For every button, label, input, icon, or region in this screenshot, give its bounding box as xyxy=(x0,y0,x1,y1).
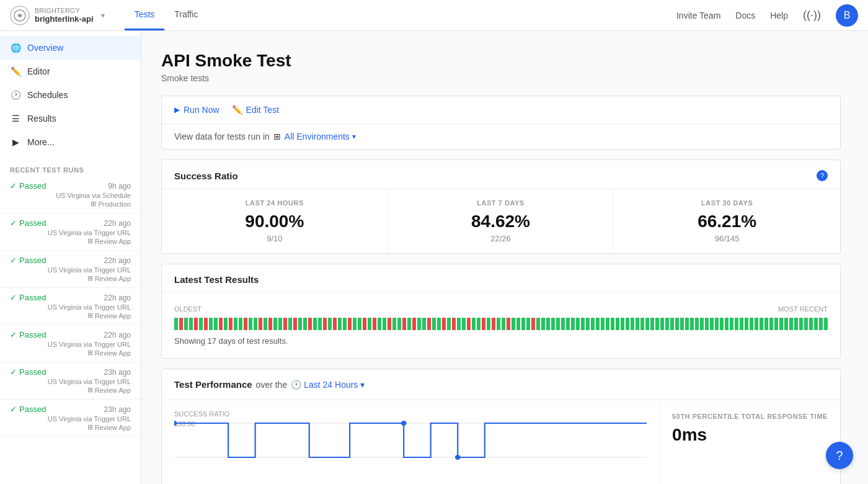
test-bar-pass xyxy=(700,318,704,330)
test-bar-pass xyxy=(472,318,476,330)
layers-icon: ⊞ xyxy=(87,423,93,431)
env-selector-link[interactable]: All Environments ▾ xyxy=(285,132,356,141)
test-bar-fail xyxy=(244,318,247,330)
test-bar-fail xyxy=(482,318,485,330)
test-bar-fail xyxy=(507,318,510,330)
test-bar-pass xyxy=(383,318,386,330)
test-bar-pass xyxy=(288,318,292,330)
nav-tabs: Tests Traffic xyxy=(125,0,208,30)
recent-run-item[interactable]: ✓ Passed 9h ago US Virginia via Schedule… xyxy=(0,176,141,213)
test-bar-pass xyxy=(640,318,644,330)
invite-team-link[interactable]: Invite Team xyxy=(676,11,720,20)
test-bar-pass xyxy=(794,318,798,330)
layers-icon: ⊞ xyxy=(273,132,281,141)
test-bar-pass xyxy=(720,318,724,330)
nav-tab-tests[interactable]: Tests xyxy=(125,0,165,30)
layers-icon: ⊞ xyxy=(91,200,96,208)
test-bar-pass xyxy=(799,318,803,330)
run-status: ✓ Passed xyxy=(10,218,46,228)
results-date-labels: OLDEST MOST RECENT xyxy=(174,305,828,313)
sidebar-label-overview: Overview xyxy=(27,43,63,53)
layers-icon: ⊞ xyxy=(87,237,93,245)
test-bar-pass xyxy=(755,318,758,330)
test-bar-chart xyxy=(174,318,828,330)
sidebar-item-more[interactable]: ▶ More... xyxy=(0,130,141,154)
sidebar-item-editor[interactable]: ✏️ Editor xyxy=(0,60,141,83)
recent-run-item[interactable]: ✓ Passed 23h ago US Virginia via Trigger… xyxy=(0,362,141,400)
check-icon: ✓ xyxy=(10,330,17,339)
run-status: ✓ Passed xyxy=(10,330,46,339)
sidebar-item-results[interactable]: ☰ Results xyxy=(0,107,141,130)
test-bar-pass xyxy=(735,318,738,330)
docs-link[interactable]: Docs xyxy=(735,11,755,20)
recent-run-item[interactable]: ✓ Passed 22h ago US Virginia via Trigger… xyxy=(0,213,141,251)
recent-run-item[interactable]: ✓ Passed 22h ago US Virginia via Trigger… xyxy=(0,288,141,325)
recent-run-item[interactable]: ✓ Passed 22h ago US Virginia via Trigger… xyxy=(0,251,141,288)
help-link[interactable]: Help xyxy=(770,11,788,20)
run-env: ⊞ Production xyxy=(10,200,131,208)
success-ratio-info-icon[interactable]: ? xyxy=(817,170,828,181)
recent-run-item[interactable]: ✓ Passed 23h ago US Virginia via Trigger… xyxy=(0,400,141,437)
ratio-label: LAST 7 DAYS xyxy=(398,199,604,207)
check-icon: ✓ xyxy=(10,181,17,190)
test-bar-pass xyxy=(789,318,793,330)
ratio-value: 90.00% xyxy=(172,212,378,231)
test-bar-pass xyxy=(675,318,679,330)
test-bar-pass xyxy=(338,318,342,330)
test-bar-pass xyxy=(487,318,490,330)
test-bar-pass xyxy=(779,318,783,330)
wifi-icon[interactable]: ((·)) xyxy=(803,9,821,22)
results-footer: Showing 17 days of test results. xyxy=(174,336,828,346)
content-area: API Smoke Test Smoke tests ▶ Run Now ✏️ … xyxy=(141,31,868,484)
test-bar-pass xyxy=(318,318,322,330)
sidebar-label-more: More... xyxy=(27,137,55,147)
run-time: 9h ago xyxy=(108,182,131,190)
user-avatar[interactable]: B xyxy=(836,4,858,27)
test-bar-pass xyxy=(254,318,257,330)
layers-icon: ⊞ xyxy=(87,274,93,282)
metric-label: 50TH PERCENTILE TOTAL RESPONSE TIME xyxy=(672,413,828,420)
test-bar-fail xyxy=(531,318,535,330)
sidebar-item-schedules[interactable]: 🕐 Schedules xyxy=(0,83,141,107)
test-bar-pass xyxy=(571,318,575,330)
test-bar-pass xyxy=(725,318,728,330)
test-bar-pass xyxy=(343,318,347,330)
sidebar-nav: 🌐 Overview ✏️ Editor 🕐 Schedules ☰ Resul… xyxy=(0,31,141,159)
performance-period-selector[interactable]: 🕐 Last 24 Hours ▾ xyxy=(291,380,365,390)
recent-run-item[interactable]: ✓ Passed 22h ago US Virginia via Trigger… xyxy=(0,325,141,362)
run-status: ✓ Passed xyxy=(10,256,46,265)
test-bar-pass xyxy=(611,318,614,330)
check-icon: ✓ xyxy=(10,218,17,228)
test-bar-fail xyxy=(467,318,471,330)
top-nav: BRIGHTERGY brighterlink-api ▾ Tests Traf… xyxy=(0,0,868,31)
test-bar-pass xyxy=(576,318,580,330)
test-bar-pass xyxy=(457,318,461,330)
test-bar-pass xyxy=(462,318,466,330)
ratio-col: LAST 30 DAYS 66.21% 96/145 xyxy=(614,189,840,253)
check-icon: ✓ xyxy=(10,256,17,265)
test-bar-pass xyxy=(695,318,699,330)
test-bar-pass xyxy=(209,318,213,330)
edit-test-button[interactable]: ✏️ Edit Test xyxy=(232,105,279,115)
env-chevron-icon: ▾ xyxy=(352,132,356,141)
period-chevron-icon: ▾ xyxy=(360,380,365,390)
nav-tab-traffic[interactable]: Traffic xyxy=(164,0,208,30)
test-bar-pass xyxy=(616,318,619,330)
test-bar-pass xyxy=(497,318,500,330)
success-ratio-card: Success Ratio ? LAST 24 HOURS 90.00% 9/1… xyxy=(161,159,841,254)
sidebar-label-schedules: Schedules xyxy=(27,90,68,100)
latest-results-header: Latest Test Results xyxy=(162,264,840,293)
sidebar-label-editor: Editor xyxy=(27,66,50,76)
help-fab-button[interactable]: ? xyxy=(826,442,853,469)
test-bar-pass xyxy=(512,318,515,330)
brand-chevron-icon[interactable]: ▾ xyxy=(101,11,105,20)
test-bar-pass xyxy=(407,318,411,330)
ratio-col: LAST 24 HOURS 90.00% 9/10 xyxy=(162,189,388,253)
run-time: 22h ago xyxy=(104,256,131,265)
run-now-button[interactable]: ▶ Run Now xyxy=(174,105,219,115)
test-bar-pass xyxy=(809,318,813,330)
sidebar-item-overview[interactable]: 🌐 Overview xyxy=(0,36,141,60)
test-bar-pass xyxy=(239,318,242,330)
test-bar-fail xyxy=(402,318,406,330)
test-bar-fail xyxy=(323,318,327,330)
